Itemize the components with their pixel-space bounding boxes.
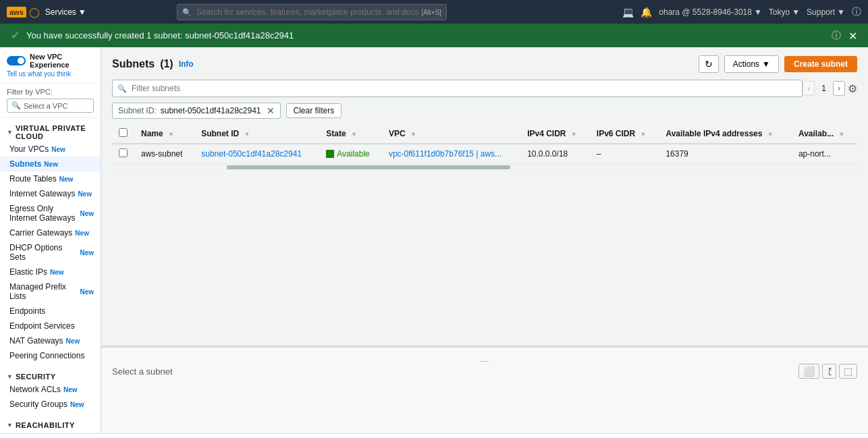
vpc-select-dropdown[interactable]: 🔍 Select a VPC [7,99,94,113]
sidebar-label-endpoints: Endpoints [9,306,45,316]
table-scroll-thumb[interactable] [227,165,510,169]
support-menu-button[interactable]: Support ▼ [807,7,845,17]
account-label: ohara @ 5528-8946-3018 [659,7,752,17]
sidebar-item-network-acls[interactable]: Network ACLs New [0,382,101,397]
sidebar-item-endpoint-services[interactable]: Endpoint Services [0,319,101,333]
security-caret: ▼ [7,373,13,380]
vpc-experience-title: New VPC Experience [30,53,94,69]
td-name: aws-subnet [134,144,194,164]
panel-icons: ⬜ ⦍ ⬚ [798,364,857,379]
panel-close-button[interactable]: ⬚ [839,364,857,379]
sort-ipv4-icon[interactable]: ▼ [571,131,577,138]
actions-button[interactable]: Actions ▼ [724,55,779,73]
sidebar-item-subnets[interactable]: Subnets New [0,157,101,171]
services-button[interactable]: Services ▼ [45,7,86,17]
sort-subnet-id-icon[interactable]: ▼ [244,131,250,138]
filter-tag-subnet-id: Subnet ID: subnet-050c1df41a28c2941 ✕ [112,103,281,119]
select-all-checkbox[interactable] [119,128,128,137]
sidebar-item-peering-connections[interactable]: Peering Connections [0,348,101,363]
td-available-ipv4: 16379 [659,144,792,164]
sidebar-item-your-vpcs[interactable]: Your VPCs New [0,142,101,157]
next-page-button[interactable]: › [833,81,845,96]
sidebar-label-endpoint-services: Endpoint Services [9,321,75,331]
td-ipv4-cidr: 10.0.0.0/18 [520,144,590,164]
vpc-experience-toggle[interactable] [7,56,26,65]
search-icon: 🔍 [182,7,192,16]
state-badge: ● Available [326,149,375,159]
sort-avail-icon[interactable]: ▼ [767,131,774,138]
sidebar-label-managed-prefix: Managed Prefix Lists [9,282,77,301]
sidebar-badge-elastic-ips: New [50,269,64,276]
column-settings-icon[interactable]: ⚙ [848,82,857,95]
terminal-icon[interactable]: 💻 [622,7,634,18]
sidebar-item-internet-gateways[interactable]: Internet Gateways New [0,186,101,201]
sidebar: New VPC Experience Tell us what you thin… [0,47,101,433]
sidebar-item-reachability-analyzer[interactable]: Reachability Analyzer [0,431,101,433]
td-row-checkbox [112,144,134,164]
sidebar-item-route-tables[interactable]: Route Tables New [0,171,101,186]
sidebar-item-nat-gateways[interactable]: NAT Gateways New [0,333,101,348]
vpc-section-header[interactable]: ▼ VIRTUAL PRIVATE CLOUD [0,120,101,142]
row-checkbox[interactable] [119,148,128,157]
sidebar-badge-dhcp-options: New [80,249,94,256]
banner-info-icon[interactable]: ⓘ [832,30,841,42]
services-caret-icon: ▼ [78,7,86,17]
sidebar-item-carrier-gateways[interactable]: Carrier Gateways New [0,225,101,240]
vpc-id-link[interactable]: vpc-0f611f1d0b7b76f15 | aws... [389,149,501,159]
aws-logo: aws ◯ [7,7,40,18]
resize-handle[interactable]: ⎯⎯ [112,356,857,361]
subnets-count: (1) [160,58,173,70]
sidebar-item-managed-prefix[interactable]: Managed Prefix Lists New [0,279,101,304]
filter-tag-close-button[interactable]: ✕ [267,105,275,116]
virtual-private-cloud-section: ▼ VIRTUAL PRIVATE CLOUD Your VPCs New Su… [0,117,101,366]
region-caret-icon: ▼ [792,7,800,17]
th-available-ipv4: Available IPv4 addresses ▼ [659,124,792,144]
sidebar-badge-egress-only: New [80,210,94,217]
sidebar-item-security-groups[interactable]: Security Groups New [0,397,101,412]
close-banner-button[interactable]: ✕ [848,29,857,42]
vpc-experience-link[interactable]: Tell us what you think [7,70,94,78]
available-circle-icon: ● [326,150,334,158]
create-subnet-button[interactable]: Create subnet [784,56,857,72]
region-menu-button[interactable]: Tokyo ▼ [769,7,800,17]
header-actions: ↻ Actions ▼ Create subnet [699,55,857,73]
sidebar-item-elastic-ips[interactable]: Elastic IPs New [0,265,101,279]
td-vpc: vpc-0f611f1d0b7b76f15 | aws... [382,144,520,164]
refresh-button[interactable]: ↻ [699,55,719,73]
bell-icon[interactable]: 🔔 [641,7,652,18]
panel-split-button[interactable]: ⦍ [822,364,836,379]
state-text: Available [337,149,369,159]
filter-search-row: 🔍 ‹ 1 › ⚙ [112,80,857,97]
sidebar-badge-subnets: New [44,161,58,168]
sort-name-icon[interactable]: ▼ [168,131,174,138]
sort-state-icon[interactable]: ▼ [351,131,357,138]
sidebar-label-route-tables: Route Tables [9,174,57,184]
sidebar-item-dhcp-options[interactable]: DHCP Options Sets New [0,240,101,265]
th-state: State ▼ [319,124,382,144]
sort-availab-icon[interactable]: ▼ [839,131,845,138]
vpc-section-caret: ▼ [7,129,13,136]
th-vpc: VPC ▼ [382,124,520,144]
sidebar-item-endpoints[interactable]: Endpoints [0,304,101,319]
check-circle-icon: ✔ [11,29,20,42]
security-section-header[interactable]: ▼ SECURITY [0,368,101,382]
panel-expand-button[interactable]: ⬜ [798,364,819,379]
sidebar-item-egress-only[interactable]: Egress Only Internet Gateways New [0,201,101,225]
sidebar-label-security-groups: Security Groups [9,400,67,409]
sort-ipv6-icon[interactable]: ▼ [640,131,646,138]
reachability-caret: ▼ [7,422,13,429]
prev-page-button[interactable]: ‹ [803,81,815,96]
subnets-info-link[interactable]: Info [179,59,194,69]
clear-filters-button[interactable]: Clear filters [286,103,342,118]
global-search-input[interactable] [177,4,447,20]
reachability-section-header[interactable]: ▼ REACHABILITY [0,417,101,431]
account-menu-button[interactable]: ohara @ 5528-8946-3018 ▼ [659,7,762,17]
info-circle-icon[interactable]: ⓘ [852,6,861,18]
table-scroll-area[interactable] [112,164,857,169]
filter-subnets-input[interactable] [112,80,803,97]
pagination-row: ‹ 1 › ⚙ [803,81,857,96]
sort-vpc-icon[interactable]: ▼ [410,131,416,138]
filter-tags-row: Subnet ID: subnet-050c1df41a28c2941 ✕ Cl… [112,103,857,119]
filter-vpc-label: Filter by VPC: [7,88,94,96]
subnet-id-link[interactable]: subnet-050c1df41a28c2941 [201,149,302,159]
